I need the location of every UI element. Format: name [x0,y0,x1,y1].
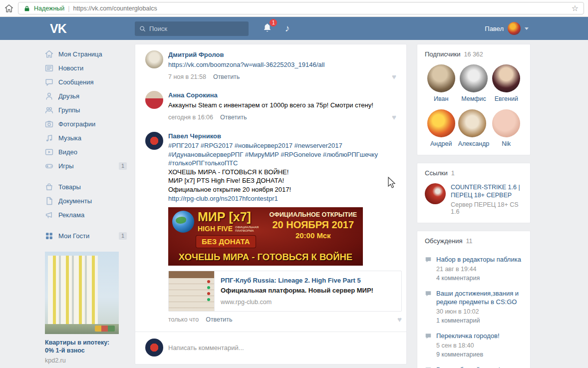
music-note-icon [45,134,53,142]
link-item-subtitle: Сервер ПЕРЕЦ 18+ CS 1.6 [451,201,523,215]
sidebar-item-games[interactable]: Игры 1 [45,159,135,173]
like-heart-icon[interactable] [397,315,402,325]
address-bar[interactable]: Надежный | https://vk.com/counterglobalc… [18,2,584,14]
hashtag-links[interactable]: #РПГ2017 #RPG2017 #новыйсервер2017 #news… [168,141,402,168]
sidebar-item-news[interactable]: Новости [45,61,135,75]
comment-dmitry: Дмитрий Фролов https://vk.com/boomzona?w… [145,45,396,86]
composer-avatar [145,339,163,357]
discussion-item: Ваши достижения,звания и редкие предметы… [425,285,523,328]
guests-counter-badge: 1 [119,232,127,240]
followers-header[interactable]: Подписчики 16 362 [425,50,523,58]
post-banner-image[interactable]: МИР [x7] HIGH FIVE ОФИЦИАЛЬНАЯ ПЛАТФОРМА… [168,207,363,266]
comment-text-line: Официальное открытие 20 ноября 2017! [168,185,402,194]
comment-text: Аккаунты Steam с инвентарем от 1000р все… [168,101,396,110]
ad-title: Квартиры в ипотеку: 0% 1-й взнос [45,339,119,355]
sidebar-item-my-guests[interactable]: Мои Гости 1 [45,229,135,243]
right-column: Подписчики 16 362 Иван Мемфис Евгений [417,44,531,368]
follower-avatar[interactable] [458,109,486,137]
follower-item: Мемфис [460,64,488,102]
followers-count: 16 362 [464,51,483,58]
user-menu[interactable]: Павел [485,22,531,35]
shopping-bag-icon [45,183,53,191]
ad-image [45,252,119,334]
follower-item: Александр [458,109,490,147]
news-icon [45,64,53,72]
music-icon[interactable] [285,23,290,34]
notification-badge: 1 [270,19,277,26]
notifications-bell-icon[interactable]: 1 [263,23,272,34]
browser-home-icon[interactable] [4,3,14,13]
people-icon [45,106,53,114]
banner-time: 20:00 Мск [269,231,357,241]
comment-author-link[interactable]: Павел Черников [168,132,221,141]
browser-toolbar: Надежный | https://vk.com/counterglobalc… [0,0,588,17]
follower-avatar[interactable] [427,64,455,92]
comment-author-link[interactable]: Дмитрий Фролов [168,50,224,59]
guests-app-icon [45,232,53,240]
lock-icon [23,5,30,12]
chevron-down-icon [525,27,529,30]
banner-date: 20 НОЯБРЯ 2017 [269,219,357,231]
sidebar-item-messages[interactable]: Сообщения [45,75,135,89]
sidebar-item-ads[interactable]: Реклама [45,208,135,222]
link-item[interactable]: COUNTER-STRIKE 1.6 | ПЕРЕЦ 18+ СЕРВЕР Се… [425,183,523,215]
link-preview-domain: www.rpg-club.com [221,298,373,307]
discussions-header[interactable]: Обсуждения 11 [425,237,523,245]
links-header[interactable]: Ссылки 1 [425,169,523,177]
comment-url-link[interactable]: http://rpg-club.org/ns2017hfcontestpr1 [168,194,402,203]
sidebar-item-groups[interactable]: Группы [45,103,135,117]
banner-opening: ОФИЦИАЛЬНОЕ ОТКРЫТИЕ [269,211,357,219]
sidebar-item-documents[interactable]: Документы [45,194,135,208]
search-input[interactable] [149,25,244,32]
sidebar-item-goods[interactable]: Товары [45,180,135,194]
banner-platform: ОФИЦИАЛЬНАЯ ПЛАТФОРМА [235,226,260,233]
follower-item: Евгений [492,64,520,102]
reply-link[interactable]: Ответить [206,316,232,324]
avatar-pavel-chernikov[interactable] [145,132,163,150]
bookmark-star-icon[interactable]: ☆ [572,3,579,13]
video-icon [45,148,53,156]
follower-avatar[interactable] [427,109,455,137]
discussion-item: Ваш любимый игрок/команда в CS [425,362,523,368]
sidebar-item-friends[interactable]: Друзья [45,89,135,103]
banner-slogan: ХОЧЕШЬ МИРА - ГОТОВЬСЯ К ВОЙНЕ [168,251,363,264]
follower-item: Иван [427,64,455,102]
links-count: 1 [451,170,455,177]
comment-text-line: ХОЧЕШЬ МИРА - ГОТОВЬСЯ К ВОЙНЕ! [168,168,402,177]
avatar-dmitry[interactable] [145,50,163,68]
left-sidebar: Моя Страница Новости Сообщения Друзья Гр… [45,44,135,364]
search-box[interactable] [135,21,249,36]
link-preview-card[interactable]: РПГ-Клуб Russia: Lineage 2. High Five Pa… [168,271,402,312]
discussion-item: Перекличка городов! 5 сен в 18:40 9 комм… [425,328,523,362]
comment-anna: Анна Сорокина Аккаунты Steam с инвентаре… [145,86,396,126]
search-icon [139,25,146,32]
sidebar-item-my-page[interactable]: Моя Страница [45,47,135,61]
games-counter-badge: 1 [119,162,127,170]
sidebar-item-music[interactable]: Музыка [45,131,135,145]
comment-pavel: Павел Черников #РПГ2017 #RPG2017 #новыйс… [145,127,396,329]
comment-time: 7 ноя в 21:58 [168,73,206,81]
follower-avatar[interactable] [460,64,488,92]
vk-logo[interactable]: VK [45,21,135,36]
comment-url-link[interactable]: https://vk.com/boomzona?w=wall-36225203_… [168,60,396,69]
reply-link[interactable]: Ответить [213,73,240,81]
comment-author-link[interactable]: Анна Сорокина [168,91,218,100]
reply-link[interactable]: Ответить [220,113,247,122]
security-label: Надежный [34,5,64,12]
composer-placeholder: Написать комментарий... [168,344,244,352]
comment-composer[interactable]: Написать комментарий... [135,332,406,364]
discussion-bubble-icon [425,333,432,340]
sidebar-ad[interactable]: Квартиры в ипотеку: 0% 1-й взнос kpd2.ru [45,252,119,364]
person-icon [45,92,53,100]
discussion-item: Набор в редакторы паблика 21 авг в 19:44… [425,251,523,285]
feed-column: Дмитрий Фролов https://vk.com/boomzona?w… [135,44,407,368]
sidebar-item-photos[interactable]: Фотографии [45,117,135,131]
follower-item: Nik [492,109,520,147]
like-heart-icon[interactable] [392,72,396,82]
follower-avatar[interactable] [492,109,520,137]
like-heart-icon[interactable] [392,112,396,122]
avatar-anna[interactable] [145,91,163,109]
follower-avatar[interactable] [492,64,520,92]
followers-card: Подписчики 16 362 Иван Мемфис Евгений [417,44,531,155]
sidebar-item-video[interactable]: Видео [45,145,135,159]
